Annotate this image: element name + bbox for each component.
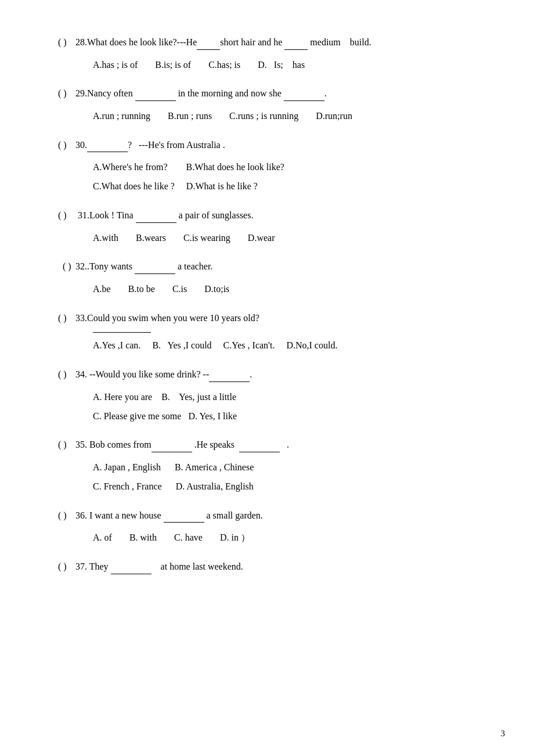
q32-text: 32..Tony wants a teacher. [75,259,488,274]
question-37: ( ) 37. They at home last weekend. [58,559,488,574]
q36-opt-b: B. with [129,530,157,546]
q30-options: A.Where's he from? B.What does he look l… [93,159,488,195]
q33-answer-line [93,332,151,333]
q36-opt-d: D. in ） [220,530,250,546]
q32-paren: ( ) [58,259,75,274]
q37-text: 37. They at home last weekend. [75,559,488,574]
q29-opt-c: C.runs ; is running [229,108,298,125]
q28-opt-d: D. Is; has [258,57,305,74]
question-30: ( ) 30.? ---He's from Australia . A.Wher… [58,138,488,195]
q30-opt-ab: A.Where's he from? B.What does he look l… [93,159,488,176]
q29-opt-d: D.run;run [316,108,352,125]
q35-opt-ab: A. Japan , English B. America , Chinese [93,459,488,476]
q28-opt-c: C.has; is [208,57,240,74]
question-33: ( ) 33.Could you swim when you were 10 y… [58,311,488,354]
question-31: ( ) 31.Look ! Tina a pair of sunglasses.… [58,208,488,246]
q33-options: A.Yes ,I can. B. Yes ,I could C.Yes , Ic… [93,337,488,354]
question-28: ( ) 28.What does he look like?---Heshort… [58,35,488,73]
q35-text: 35. Bob comes from .He speaks . [75,437,488,452]
q37-paren: ( ) [58,559,75,574]
q34-options: A. Here you are B. Yes, just a little C.… [93,389,488,425]
question-36: ( ) 36. I want a new house a small garde… [58,508,488,546]
q33-paren: ( ) [58,311,75,326]
q33-opt-d: D.No,I could. [286,337,337,354]
q31-text: 31.Look ! Tina a pair of sunglasses. [75,208,488,223]
page-number: 3 [501,729,506,739]
q36-opt-a: A. of [93,530,112,546]
q36-text: 36. I want a new house a small garden. [75,508,488,523]
q36-paren: ( ) [58,508,75,523]
q32-opt-a: A.be [93,281,111,298]
q33-opt-a: A.Yes ,I can. [93,337,140,354]
q29-options: A.run ; running B.run ; runs C.runs ; is… [93,108,488,125]
question-34: ( ) 34. --Would you like some drink? --.… [58,367,488,424]
q29-text: 29.Nancy often in the morning and now sh… [75,86,488,101]
q30-opt-cd: C.What does he like ? D.What is he like … [93,178,488,195]
q30-text: 30.? ---He's from Australia . [75,138,488,153]
q30-paren: ( ) [58,138,75,153]
q33-text: 33.Could you swim when you were 10 years… [75,311,488,326]
q31-opt-a: A.with [93,230,118,247]
q34-opt-cd: C. Please give me some D. Yes, I like [93,408,488,425]
q36-options: A. of B. with C. have D. in ） [93,530,488,546]
q29-opt-b: B.run ; runs [168,108,212,125]
question-32: ( ) 32..Tony wants a teacher. A.be B.to … [58,259,488,297]
q31-paren: ( ) [58,208,75,223]
q35-paren: ( ) [58,437,75,452]
question-35: ( ) 35. Bob comes from .He speaks . A. J… [58,437,488,495]
q36-opt-c: C. have [174,530,203,546]
q31-opt-b: B.wears [136,230,166,247]
q33-opt-c: C.Yes , Ican't. [223,337,275,354]
q29-paren: ( ) [58,86,75,101]
question-29: ( ) 29.Nancy often in the morning and no… [58,86,488,124]
q28-opt-b: B.is; is of [155,57,191,74]
q35-opt-cd: C. French , France D. Australia, English [93,478,488,495]
q31-options: A.with B.wears C.is wearing D.wear [93,230,488,247]
q32-opt-d: D.to;is [204,281,229,298]
q33-opt-b: B. Yes ,I could [152,337,211,354]
q28-opt-a: A.has ; is of [93,57,138,74]
q34-paren: ( ) [58,367,75,382]
q31-opt-d: D.wear [248,230,275,247]
q34-text: 34. --Would you like some drink? --. [75,367,488,382]
q29-opt-a: A.run ; running [93,108,150,125]
q28-paren: ( ) [58,35,75,50]
q28-options: A.has ; is of B.is; is of C.has; is D. I… [93,57,488,74]
q34-opt-ab: A. Here you are B. Yes, just a little [93,389,488,406]
q35-options: A. Japan , English B. America , Chinese … [93,459,488,495]
q31-opt-c: C.is wearing [183,230,230,247]
q28-text: 28.What does he look like?---Heshort hai… [75,35,488,50]
q32-opt-b: B.to be [128,281,155,298]
q32-opt-c: C.is [172,281,187,298]
q32-options: A.be B.to be C.is D.to;is [93,281,488,298]
